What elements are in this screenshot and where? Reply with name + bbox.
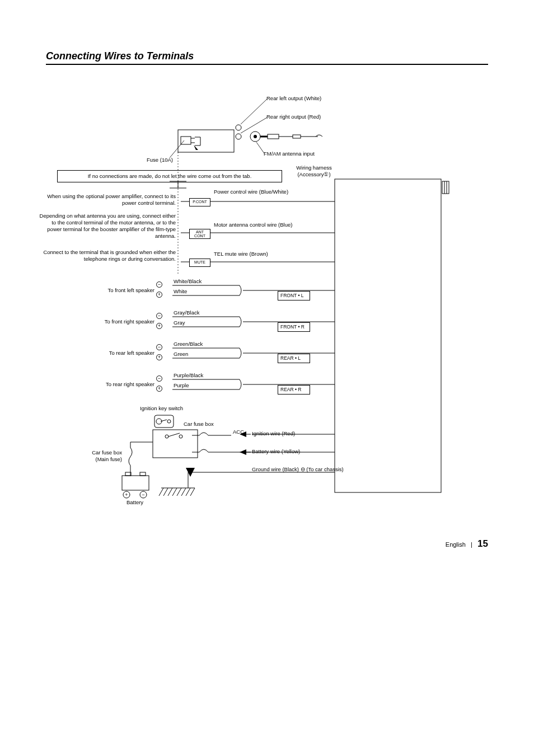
pcont-note: When using the optional power amplifier,…: [39, 193, 176, 206]
rear-left-output-label: Rear left output (White): [266, 95, 321, 102]
rr-pin: REAR • R: [278, 385, 310, 395]
svg-point-5: [236, 125, 241, 130]
fuse-label: Fuse (10A): [147, 157, 173, 163]
fl-pos-color: White: [174, 288, 187, 295]
svg-point-6: [236, 134, 241, 139]
plus-icon: +: [156, 292, 162, 298]
minus-icon: −: [156, 375, 162, 382]
footer-lang: English: [446, 541, 466, 548]
svg-line-16: [170, 140, 184, 158]
svg-line-84: [190, 488, 195, 496]
antcont-chip-top: ANT: [196, 230, 204, 234]
page-title: Connecting Wires to Terminals: [46, 50, 488, 65]
svg-point-46: [156, 419, 162, 424]
svg-line-10: [241, 118, 267, 133]
wiring-diagram: + − Rear left output (White) Rear right …: [44, 96, 458, 522]
svg-line-48: [161, 420, 167, 421]
antenna-input-label: FM/AM antenna input: [264, 151, 315, 157]
svg-rect-0: [178, 130, 234, 152]
tab-note: If no connections are made, do not let t…: [57, 170, 282, 182]
fr-target: To front right speaker: [75, 318, 154, 325]
svg-line-78: [163, 488, 168, 496]
mute-wire-label: TEL mute wire (Brown): [214, 251, 268, 257]
rear-right-output-label: Rear right output (Red): [266, 114, 321, 120]
antcont-wire-label: Motor antenna control wire (Blue): [214, 222, 292, 228]
fr-pin: FRONT • R: [278, 322, 310, 332]
svg-point-50: [165, 435, 168, 438]
svg-line-79: [168, 488, 172, 496]
fl-target: To front left speaker: [75, 287, 154, 294]
svg-text:+: +: [125, 492, 128, 497]
svg-rect-67: [122, 476, 149, 490]
antcont-note: Depending on what antenna you are using,…: [39, 213, 176, 240]
svg-rect-1: [181, 137, 191, 144]
harness-label-top: Wiring harness: [289, 165, 339, 171]
batt-wire-label: Battery wire (Yellow): [252, 448, 300, 455]
rl-target: To rear left speaker: [75, 350, 154, 356]
svg-point-7: [250, 132, 260, 142]
ign-wire-label: Ignition wire (Red): [252, 430, 295, 437]
plus-icon: +: [156, 354, 162, 360]
mute-chip: MUTE: [189, 259, 210, 267]
rr-pos-color: Purple: [174, 382, 189, 389]
footer-sep: |: [471, 541, 472, 548]
svg-rect-69: [140, 472, 146, 476]
car-fuse-box-label: Car fuse box: [184, 421, 214, 428]
svg-rect-12: [268, 134, 279, 139]
main-fuse-bot: (Main fuse): [78, 456, 122, 463]
svg-rect-14: [293, 135, 301, 138]
fl-pin: FRONT • L: [278, 291, 310, 300]
svg-text:−: −: [142, 492, 144, 497]
svg-line-17: [256, 142, 264, 153]
svg-rect-45: [154, 415, 174, 428]
fr-neg-color: Gray/Black: [174, 309, 199, 316]
svg-rect-18: [335, 179, 441, 492]
svg-line-77: [159, 488, 163, 496]
svg-point-51: [179, 435, 182, 438]
fr-pos-color: Gray: [174, 320, 185, 326]
svg-point-71: [140, 491, 147, 498]
rl-pin: REAR • L: [278, 354, 310, 363]
svg-point-70: [123, 491, 130, 498]
rl-neg-color: Green/Black: [174, 341, 203, 348]
svg-line-80: [172, 488, 177, 496]
pcont-chip: P.CONT: [189, 198, 210, 206]
rr-neg-color: Purple/Black: [174, 372, 203, 379]
gnd-wire-label: Ground wire (Black) ⊖ (To car chassis): [252, 466, 344, 473]
rl-pos-color: Green: [174, 351, 188, 358]
rr-target: To rear right speaker: [75, 381, 154, 388]
mute-note: Connect to the terminal that is grounded…: [39, 249, 176, 262]
svg-point-47: [167, 420, 171, 423]
svg-rect-68: [125, 472, 131, 476]
svg-line-9: [241, 99, 267, 124]
svg-marker-65: [186, 468, 195, 477]
antcont-chip: ANT CONT: [189, 229, 210, 239]
pcont-wire-label: Power control wire (Blue/White): [214, 189, 288, 195]
page-footer: English | 15: [46, 538, 488, 550]
acc-label: ACC: [233, 429, 244, 435]
ign-switch-label: Ignition key switch: [140, 405, 183, 412]
minus-icon: −: [156, 281, 162, 288]
svg-rect-19: [442, 181, 449, 194]
svg-line-83: [186, 488, 190, 496]
svg-point-8: [254, 135, 257, 138]
antcont-chip-bot: CONT: [194, 234, 205, 238]
svg-marker-4: [194, 145, 198, 150]
fl-neg-color: White/Black: [174, 278, 202, 285]
footer-page: 15: [477, 538, 488, 549]
svg-rect-49: [153, 430, 198, 458]
plus-icon: +: [156, 323, 162, 329]
plus-icon: +: [156, 386, 162, 392]
svg-marker-59: [240, 449, 246, 455]
minus-icon: −: [156, 344, 162, 350]
harness-label-bot: (Accessory①): [289, 171, 339, 178]
main-fuse-top: Car fuse box: [78, 449, 122, 456]
minus-icon: −: [156, 313, 162, 319]
svg-line-81: [177, 488, 181, 496]
svg-line-52: [168, 433, 180, 436]
svg-line-82: [181, 488, 186, 496]
battery-label: Battery: [127, 499, 143, 506]
